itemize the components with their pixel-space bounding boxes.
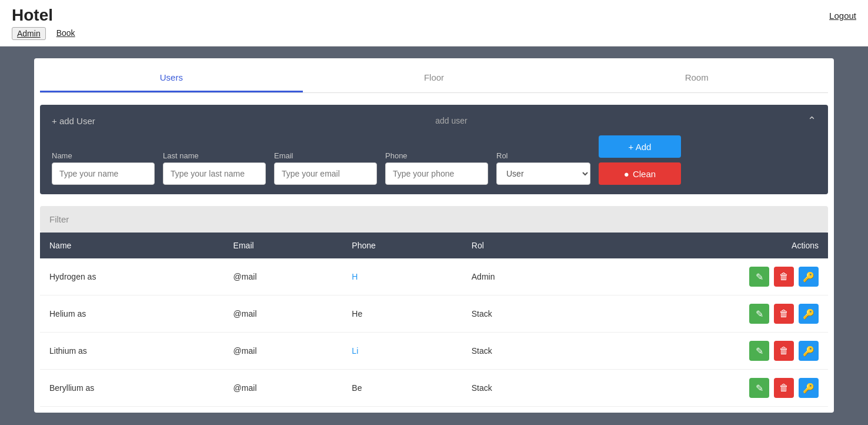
edit-button[interactable]: ✎ <box>749 341 769 361</box>
tab-users[interactable]: Users <box>40 64 303 92</box>
delete-button[interactable]: 🗑 <box>774 304 794 324</box>
phone-value: He <box>352 309 362 318</box>
phone-link[interactable]: H <box>352 272 358 281</box>
key-icon: 🔑 <box>803 383 814 394</box>
action-buttons: + Add ● Clean <box>599 135 681 185</box>
add-button[interactable]: + Add <box>599 135 681 158</box>
clean-label: Clean <box>633 169 656 179</box>
name-input[interactable] <box>52 162 155 185</box>
cell-phone: Li <box>342 333 462 370</box>
edit-icon: ✎ <box>756 346 763 357</box>
col-email: Email <box>224 233 343 258</box>
col-name: Name <box>40 233 224 258</box>
table-row: Hydrogen as @mail H Admin ✎ 🗑 🔑 <box>40 258 828 295</box>
panel-header-label: + add User <box>52 116 95 126</box>
logout-link[interactable]: Logout <box>829 11 856 21</box>
phone-link[interactable]: Li <box>352 346 358 356</box>
cell-name: Beryllium as <box>40 370 224 407</box>
cell-phone: H <box>342 258 462 295</box>
delete-button[interactable]: 🗑 <box>774 341 794 361</box>
filter-label: Filter <box>49 214 69 224</box>
edit-icon: ✎ <box>756 383 763 394</box>
add-user-form: Name Last name Email Phone Rol User Admi… <box>52 135 816 185</box>
edit-icon: ✎ <box>756 271 763 283</box>
cell-rol: Stack <box>462 370 580 407</box>
phone-value: Be <box>352 383 362 393</box>
cell-email: @mail <box>224 333 343 370</box>
cell-rol: Stack <box>462 333 580 370</box>
lastname-field-group: Last name <box>163 151 266 185</box>
edit-button[interactable]: ✎ <box>749 267 769 287</box>
nav-admin[interactable]: Admin <box>12 27 46 40</box>
delete-icon: 🗑 <box>779 346 789 356</box>
table-row: Helium as @mail He Stack ✎ 🗑 🔑 <box>40 295 828 333</box>
cell-actions: ✎ 🗑 🔑 <box>580 295 828 333</box>
main-container: Users Floor Room + add User add user ⌃ N… <box>34 58 834 413</box>
cell-phone: Be <box>342 370 462 407</box>
key-icon: 🔑 <box>803 308 814 320</box>
lastname-label: Last name <box>163 151 266 160</box>
filter-bar: Filter <box>40 206 828 233</box>
lastname-input[interactable] <box>163 162 266 185</box>
tab-room[interactable]: Room <box>565 64 828 92</box>
email-field-group: Email <box>274 151 377 185</box>
key-icon: 🔑 <box>803 346 814 357</box>
cell-rol: Admin <box>462 258 580 295</box>
rol-field-group: Rol User Admin Stack <box>496 151 590 185</box>
email-input[interactable] <box>274 162 377 185</box>
delete-button[interactable]: 🗑 <box>774 267 794 287</box>
app-title: Hotel <box>12 6 856 25</box>
rol-label: Rol <box>496 151 590 160</box>
add-user-panel: + add User add user ⌃ Name Last name Ema… <box>40 105 828 194</box>
panel-collapse-icon[interactable]: ⌃ <box>807 114 816 127</box>
key-button[interactable]: 🔑 <box>799 304 819 324</box>
cell-actions: ✎ 🗑 🔑 <box>580 258 828 295</box>
table-header: Name Email Phone Rol Actions <box>40 233 828 258</box>
panel-header: + add User add user ⌃ <box>52 114 816 127</box>
delete-icon: 🗑 <box>779 383 789 393</box>
col-rol: Rol <box>462 233 580 258</box>
cell-actions: ✎ 🗑 🔑 <box>580 333 828 370</box>
table-row: Lithium as @mail Li Stack ✎ 🗑 🔑 <box>40 333 828 370</box>
nav-book[interactable]: Book <box>52 27 80 40</box>
users-table-container: Name Email Phone Rol Actions Hydrogen as… <box>40 233 828 407</box>
cell-rol: Stack <box>462 295 580 333</box>
rol-select[interactable]: User Admin Stack <box>496 162 590 185</box>
edit-icon: ✎ <box>756 308 763 320</box>
delete-icon: 🗑 <box>779 308 789 319</box>
delete-button[interactable]: 🗑 <box>774 378 794 398</box>
edit-button[interactable]: ✎ <box>749 304 769 324</box>
table-body: Hydrogen as @mail H Admin ✎ 🗑 🔑 Helium a… <box>40 258 828 407</box>
tab-floor[interactable]: Floor <box>303 64 566 92</box>
tabs-bar: Users Floor Room <box>40 64 828 93</box>
cell-phone: He <box>342 295 462 333</box>
clean-icon: ● <box>624 169 629 179</box>
cell-email: @mail <box>224 295 343 333</box>
email-label: Email <box>274 151 377 160</box>
col-actions: Actions <box>580 233 828 258</box>
key-button[interactable]: 🔑 <box>799 341 819 361</box>
main-nav: Admin Book <box>12 27 856 40</box>
cell-name: Lithium as <box>40 333 224 370</box>
name-label: Name <box>52 151 155 160</box>
cell-name: Helium as <box>40 295 224 333</box>
col-phone: Phone <box>342 233 462 258</box>
phone-field-group: Phone <box>385 151 488 185</box>
app-header: Hotel Admin Book Logout <box>0 0 868 47</box>
key-icon: 🔑 <box>803 271 814 283</box>
cell-actions: ✎ 🗑 🔑 <box>580 370 828 407</box>
cell-name: Hydrogen as <box>40 258 224 295</box>
delete-icon: 🗑 <box>779 271 789 282</box>
phone-input[interactable] <box>385 162 488 185</box>
name-field-group: Name <box>52 151 155 185</box>
phone-label: Phone <box>385 151 488 160</box>
key-button[interactable]: 🔑 <box>799 378 819 398</box>
users-table: Name Email Phone Rol Actions Hydrogen as… <box>40 233 828 407</box>
clean-button[interactable]: ● Clean <box>599 162 681 185</box>
cell-email: @mail <box>224 258 343 295</box>
cell-email: @mail <box>224 370 343 407</box>
edit-button[interactable]: ✎ <box>749 378 769 398</box>
panel-header-center: add user <box>435 116 467 125</box>
table-row: Beryllium as @mail Be Stack ✎ 🗑 🔑 <box>40 370 828 407</box>
key-button[interactable]: 🔑 <box>799 267 819 287</box>
